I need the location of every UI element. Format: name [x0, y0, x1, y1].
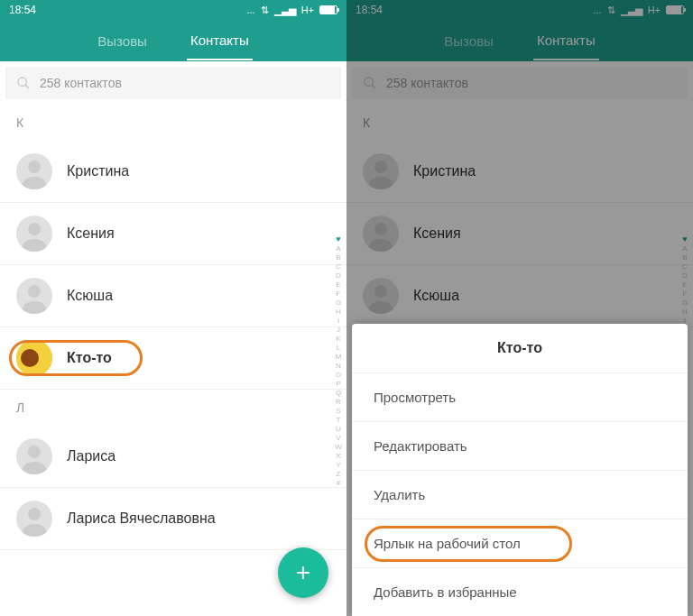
search-placeholder: 258 контактов: [386, 76, 468, 90]
avatar-placeholder: [16, 278, 52, 314]
sheet-item-favorite[interactable]: Добавить в избранные: [352, 568, 688, 616]
search-icon: [363, 76, 377, 90]
svg-point-3: [28, 223, 41, 235]
contact-row: Кристина: [346, 141, 693, 203]
header: Вызовы Контакты: [346, 20, 693, 61]
tab-contacts[interactable]: Контакты: [533, 22, 599, 60]
contact-row: Ксения: [346, 203, 693, 265]
status-network: H+: [648, 5, 661, 15]
contact-name: Лариса Вячеславовна: [67, 510, 216, 527]
sheet-title: Кто-то: [352, 324, 688, 373]
tab-calls[interactable]: Вызовы: [94, 23, 151, 60]
tab-contacts[interactable]: Контакты: [187, 22, 253, 60]
contact-name: Ксения: [413, 225, 461, 242]
status-network: H+: [301, 5, 314, 15]
avatar-photo: [16, 340, 52, 376]
alpha-index[interactable]: ♥ ABCDEFGHIJKLMNOPQRSTUVWXYZ#: [332, 105, 345, 616]
status-bar: 18:54 ... ⇅ ▁▃▅ H+: [0, 0, 346, 20]
contact-name: Ксения: [67, 225, 115, 242]
section-header-l: Л: [0, 390, 346, 426]
status-network-icon: ⇅: [261, 5, 269, 16]
search-placeholder: 258 контактов: [40, 76, 122, 90]
svg-point-11: [374, 161, 387, 173]
svg-point-8: [28, 508, 41, 520]
avatar-placeholder: [16, 438, 52, 474]
avatar-placeholder: [363, 216, 399, 252]
avatar-placeholder: [363, 278, 399, 314]
sheet-item-shortcut[interactable]: Ярлык на рабочий стол: [352, 519, 688, 568]
tab-calls[interactable]: Вызовы: [440, 23, 497, 60]
svg-point-9: [365, 78, 373, 86]
search-icon: [16, 76, 31, 90]
status-signal-icon: ▁▃▅: [274, 5, 296, 16]
contact-row[interactable]: Ксюша: [0, 265, 346, 327]
sheet-item-edit[interactable]: Редактировать: [352, 422, 688, 471]
svg-point-12: [374, 223, 387, 235]
svg-point-2: [28, 161, 41, 173]
plus-icon: +: [296, 558, 310, 587]
avatar-placeholder: [363, 153, 399, 189]
contact-name: Ксюша: [67, 288, 113, 304]
svg-point-6: [21, 349, 39, 367]
avatar-placeholder: [16, 501, 52, 537]
sheet-item-delete[interactable]: Удалить: [352, 471, 688, 519]
status-dots: ...: [246, 5, 254, 15]
contact-name: Кристина: [67, 163, 129, 179]
screen-left: 18:54 ... ⇅ ▁▃▅ H+ Вызовы Контакты 258 к…: [0, 0, 346, 616]
svg-point-4: [28, 285, 41, 298]
contact-row: Ксюша: [346, 265, 693, 327]
screen-right: 18:54 ... ⇅ ▁▃▅ H+ Вызовы Контакты 258 к…: [346, 0, 693, 616]
header: Вызовы Контакты: [0, 20, 346, 61]
svg-point-7: [28, 446, 41, 458]
section-header-k: К: [0, 105, 346, 141]
status-time: 18:54: [9, 4, 36, 16]
svg-line-1: [25, 85, 29, 88]
svg-line-10: [372, 85, 375, 88]
search-bar[interactable]: 258 контактов: [352, 67, 688, 99]
battery-icon: [666, 5, 684, 14]
status-signal-icon: ▁▃▅: [621, 5, 642, 16]
battery-icon: [319, 5, 337, 14]
status-network-icon: ⇅: [607, 5, 615, 16]
status-right: ... ⇅ ▁▃▅ H+: [246, 5, 337, 16]
contact-row[interactable]: Кристина: [0, 141, 346, 203]
contact-name: Кристина: [413, 163, 476, 179]
contact-name: Ксюша: [413, 288, 459, 304]
contacts-list[interactable]: К Кристина Ксения Ксюша Кто-то Л Лариса …: [0, 105, 346, 616]
contact-row[interactable]: Ксения: [0, 203, 346, 265]
section-header-k: К: [346, 105, 693, 141]
context-menu-sheet: Кто-то Просмотреть Редактировать Удалить…: [352, 324, 688, 616]
contact-name: Кто-то: [67, 350, 112, 366]
search-bar[interactable]: 258 контактов: [5, 67, 341, 99]
contact-row[interactable]: Лариса: [0, 426, 346, 488]
fab-add-contact[interactable]: +: [278, 547, 328, 598]
status-time: 18:54: [356, 4, 383, 16]
contact-name: Лариса: [67, 448, 116, 464]
contact-row-highlighted[interactable]: Кто-то: [0, 327, 346, 390]
favorites-icon: ♥: [682, 234, 687, 244]
avatar-placeholder: [16, 153, 52, 189]
svg-point-13: [374, 285, 387, 298]
status-bar: 18:54 ... ⇅ ▁▃▅ H+: [346, 0, 693, 20]
contact-row[interactable]: Лариса Вячеславовна: [0, 488, 346, 550]
sheet-item-view[interactable]: Просмотреть: [352, 373, 688, 422]
favorites-icon[interactable]: ♥: [336, 234, 340, 244]
status-dots: ...: [593, 5, 601, 15]
status-right: ... ⇅ ▁▃▅ H+: [593, 5, 684, 16]
avatar-placeholder: [16, 216, 52, 252]
svg-point-0: [18, 78, 26, 86]
